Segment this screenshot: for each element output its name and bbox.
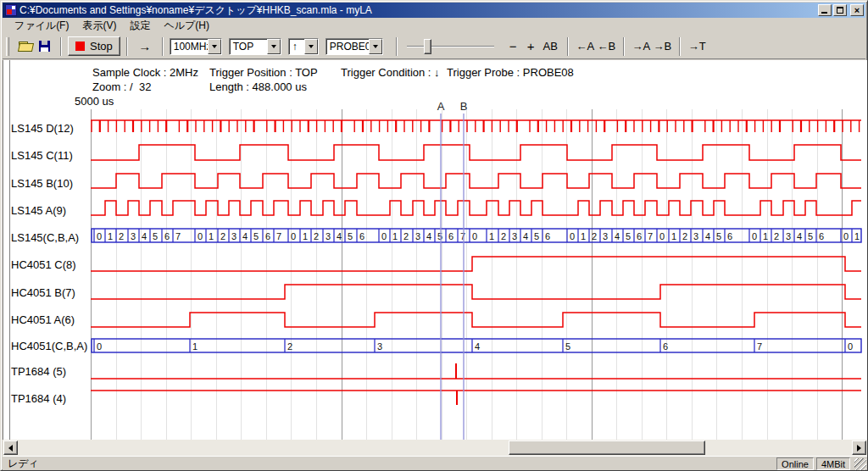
menu-file[interactable]: ファイル(F)	[8, 17, 75, 35]
bus-value: 6	[265, 231, 270, 241]
bus-value: 6	[727, 231, 732, 241]
channel-hc4051-b-7-	[91, 285, 861, 299]
channel-label: LS145(C,B,A)	[11, 231, 79, 245]
bus-value: 3	[786, 231, 791, 241]
scroll-right-button[interactable]	[852, 441, 866, 455]
bus-value: 1	[763, 231, 768, 241]
bus-value: 2	[403, 231, 409, 241]
bus-value: 5	[626, 231, 631, 241]
waveform-client-area: 0123456701234567012345601234567012345601…	[3, 60, 867, 440]
bus-value: 3	[693, 231, 698, 241]
status-online-badge: Online	[776, 457, 814, 470]
bus-value: 4	[705, 231, 710, 241]
bus-value: 0	[659, 231, 665, 241]
horizontal-scrollbar[interactable]	[3, 440, 867, 456]
zoom-out-button[interactable]: −	[504, 36, 522, 56]
toolbar-separator	[623, 37, 625, 56]
toolbar-gripper[interactable]	[6, 37, 9, 56]
trigger-edge-combo[interactable]: ↑	[288, 38, 319, 55]
channel-ls145-a-9-	[91, 201, 861, 215]
maximize-button[interactable]	[833, 4, 847, 16]
clock-combo[interactable]: 100MHz	[170, 38, 222, 55]
bus-value: 1	[108, 231, 113, 241]
bus-value: 0	[97, 231, 102, 241]
marker-label-a: A	[436, 100, 446, 113]
minimize-button[interactable]	[818, 4, 832, 16]
bus-value: 5	[534, 231, 539, 241]
goto-a-left-button[interactable]: ←A	[575, 36, 596, 56]
trigger-position-combo[interactable]: TOP	[229, 38, 281, 55]
bus-value: 6	[663, 341, 668, 352]
toolbar-separator	[679, 37, 681, 56]
bus-value: 6	[164, 231, 170, 241]
run-button[interactable]: →	[134, 36, 156, 56]
channel-label: TP1684 (4)	[11, 392, 66, 406]
goto-b-left-button[interactable]: ←B	[596, 36, 617, 56]
goto-a-right-button[interactable]: →A	[631, 36, 652, 56]
status-bar: レディ Online 4MBit	[3, 456, 867, 470]
close-button[interactable]: ×	[850, 4, 864, 16]
channel-label: LS145 A(9)	[11, 204, 66, 218]
bus-value: 0	[843, 231, 849, 241]
save-file-button[interactable]	[35, 36, 54, 56]
bus-value: 1	[581, 231, 586, 241]
bus-value: 3	[415, 231, 420, 241]
bus-value: 0	[291, 231, 296, 241]
bus-value: 4	[797, 231, 802, 241]
open-folder-icon	[19, 42, 32, 51]
menu-help[interactable]: ヘルプ(H)	[157, 17, 216, 35]
channel-label: HC4051 B(7)	[11, 286, 75, 300]
bus-value: 1	[489, 231, 494, 241]
bus-value: 0	[472, 231, 477, 241]
bus-value: 7	[460, 231, 465, 241]
bus-value: 2	[501, 231, 506, 241]
bus-value: 7	[648, 231, 653, 241]
clock-combo-dropdown[interactable]	[208, 39, 221, 54]
channel-ls145-d-12-	[91, 120, 861, 132]
channel-tp1684-5-	[91, 363, 861, 379]
probe-combo[interactable]: PROBE00	[326, 38, 383, 55]
zoom-ab-button[interactable]: AB	[540, 36, 561, 56]
title-bar[interactable]: C:¥Documents and Settings¥noname¥デスクトップ¥…	[3, 3, 865, 18]
bus-value: 4	[337, 231, 342, 241]
menu-settings[interactable]: 設定	[123, 17, 157, 35]
waveform-plot[interactable]: 0123456701234567012345601234567012345601…	[3, 60, 867, 440]
goto-b-right-button[interactable]: →B	[652, 36, 673, 56]
zoom-slider[interactable]	[407, 37, 494, 56]
goto-trigger-button[interactable]: →T	[687, 36, 708, 56]
toolbar-separator	[60, 37, 62, 56]
bus-value: 0	[97, 341, 102, 352]
toolbar-separator	[396, 37, 398, 56]
channel-ls145-c-b-a-: 0123456701234567012345601234567012345601…	[92, 229, 861, 242]
open-file-button[interactable]	[15, 36, 35, 56]
status-ready-text: レディ	[3, 457, 776, 471]
channel-tp1684-4-	[91, 391, 861, 405]
resize-grip[interactable]	[854, 458, 866, 470]
channel-label: LS145 B(10)	[11, 177, 73, 191]
zoom-info: Zoom : / 32	[92, 80, 151, 93]
app-window: C:¥Documents and Settings¥noname¥デスクトップ¥…	[0, 0, 868, 471]
trigger-position-combo-dropdown[interactable]	[267, 39, 281, 54]
bus-value: 4	[426, 231, 431, 241]
zoom-slider-thumb[interactable]	[424, 39, 431, 54]
stop-button[interactable]: Stop	[68, 36, 120, 56]
channel-label: TP1684 (5)	[11, 365, 66, 379]
scroll-left-button[interactable]	[3, 441, 18, 455]
scrollbar-thumb[interactable]	[509, 441, 705, 455]
channel-label: LS145 D(12)	[11, 122, 74, 136]
zoom-in-button[interactable]: +	[522, 36, 540, 56]
probe-combo-dropdown[interactable]	[369, 39, 382, 54]
menu-bar: ファイル(F) 表示(V) 設定 ヘルプ(H)	[3, 18, 865, 34]
bus-value: 1	[303, 231, 308, 241]
save-floppy-icon	[39, 41, 50, 52]
menu-view[interactable]: 表示(V)	[75, 17, 123, 35]
bus-value: 2	[119, 231, 124, 241]
trigger-edge-combo-dropdown[interactable]	[304, 39, 318, 54]
bus-value: 2	[774, 231, 779, 241]
close-icon: ×	[854, 5, 860, 15]
arrow-right-icon	[857, 445, 865, 452]
bus-value: 4	[615, 231, 620, 241]
probe-combo-value: PROBE00	[326, 39, 369, 54]
bus-value: 0	[198, 231, 203, 241]
bus-value: 1	[671, 231, 676, 241]
